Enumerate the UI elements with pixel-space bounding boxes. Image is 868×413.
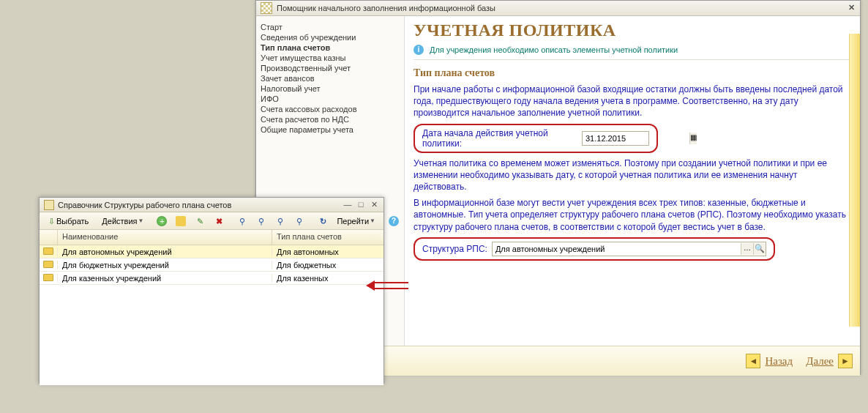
sidebar-item-advances[interactable]: Зачет авансов xyxy=(261,73,400,83)
struct-input[interactable] xyxy=(493,243,741,255)
help-icon: ? xyxy=(389,216,399,226)
cell-type: Для казенных xyxy=(272,274,384,283)
sidebar-item-cash-accounts[interactable]: Счета кассовых расходов xyxy=(261,104,400,114)
search-icon[interactable]: 🔍 xyxy=(753,243,766,255)
info-text: Для учреждения необходимо описать элемен… xyxy=(430,45,678,54)
table-row[interactable]: Для бюджетных учреждений Для бюджетных xyxy=(40,258,384,272)
filter-icon: ⚲ xyxy=(294,216,304,226)
back-label: Назад xyxy=(765,355,793,368)
filter-icon: ⚲ xyxy=(256,216,266,226)
date-input[interactable] xyxy=(583,133,689,144)
arrow-right-icon: ► xyxy=(838,354,853,368)
struct-highlight-box: Структура РПС: … 🔍 xyxy=(414,237,775,261)
plus-icon: + xyxy=(157,216,167,226)
sidebar-item-production[interactable]: Производственный учет xyxy=(261,63,400,73)
wizard-title: Помощник начального заполнения информаци… xyxy=(277,4,845,12)
help-button[interactable]: ? xyxy=(385,215,403,228)
content-scrollbar-decor xyxy=(849,34,860,327)
struct-select[interactable]: … 🔍 xyxy=(492,242,766,256)
filter-1-button[interactable]: ⚲ xyxy=(233,215,251,228)
sidebar-item-treasury[interactable]: Учет имущества казны xyxy=(261,53,400,63)
filter-icon: ⚲ xyxy=(237,216,247,226)
row-icon xyxy=(43,274,53,281)
reference-titlebar: Справочник Структуры рабочего плана счет… xyxy=(40,198,384,212)
select-open-icon[interactable]: … xyxy=(741,243,753,255)
goto-label: Перейти xyxy=(337,217,369,226)
chevron-down-icon: ▼ xyxy=(138,217,144,224)
sidebar-item-ifo[interactable]: ИФО xyxy=(261,94,400,104)
cell-type: Для автономных xyxy=(272,248,384,256)
row-icon xyxy=(43,248,53,255)
copy-icon xyxy=(176,216,186,226)
wizard-app-icon xyxy=(261,2,272,14)
info-banner: i Для учреждения необходимо описать элем… xyxy=(414,45,851,60)
paragraph-1: При начале работы с информационной базой… xyxy=(414,83,851,119)
cell-name: Для бюджетных учреждений xyxy=(58,261,272,269)
column-type[interactable]: Тип плана счетов xyxy=(272,230,384,245)
table-row[interactable]: Для автономных учреждений Для автономных xyxy=(40,245,384,258)
refresh-button[interactable]: ↻ xyxy=(314,215,332,228)
select-icon: ⇩ xyxy=(46,216,56,226)
actions-menu[interactable]: Действия ▼ xyxy=(98,215,147,227)
sidebar-item-org-info[interactable]: Сведения об учреждении xyxy=(261,32,400,42)
close-icon[interactable]: ✕ xyxy=(845,3,857,13)
back-button[interactable]: ◄ Назад xyxy=(746,354,793,368)
select-button[interactable]: ⇩ Выбрать xyxy=(42,215,92,228)
section-heading: Тип плана счетов xyxy=(414,67,851,79)
date-label: Дата начала действия учетной политики: xyxy=(422,128,577,149)
actions-label: Действия xyxy=(102,217,137,226)
add-button[interactable]: + xyxy=(153,215,171,228)
reference-title: Справочник Структуры рабочего плана счет… xyxy=(58,200,341,209)
close-icon[interactable]: ✕ xyxy=(367,200,381,210)
sidebar-item-vat-accounts[interactable]: Счета расчетов по НДС xyxy=(261,114,400,124)
delete-button[interactable]: ✖ xyxy=(210,215,228,228)
sidebar-item-general-params[interactable]: Общие параметры учета xyxy=(261,124,400,135)
row-icon xyxy=(43,261,53,268)
next-button[interactable]: Далее ► xyxy=(806,354,853,368)
date-field: ▦ xyxy=(582,131,649,146)
filter-2-button[interactable]: ⚲ xyxy=(252,215,270,228)
reference-window: Справочник Структуры рабочего плана счет… xyxy=(39,197,384,384)
paragraph-3: В информационной базе могут вести учет у… xyxy=(414,197,851,233)
arrow-left-icon: ◄ xyxy=(746,354,760,368)
minimize-icon[interactable]: — xyxy=(341,200,354,210)
copy-button[interactable] xyxy=(172,215,190,228)
calendar-icon[interactable]: ▦ xyxy=(689,133,697,144)
goto-menu[interactable]: Перейти ▼ xyxy=(333,215,379,227)
pencil-icon: ✎ xyxy=(195,216,205,226)
cell-name: Для автономных учреждений xyxy=(58,248,272,256)
sidebar-item-chart-type[interactable]: Тип плана счетов xyxy=(261,42,400,53)
maximize-icon[interactable]: □ xyxy=(354,200,367,210)
refresh-icon: ↻ xyxy=(318,216,328,226)
wizard-content: УЧЕТНАЯ ПОЛИТИКА i Для учреждения необхо… xyxy=(405,16,860,346)
chevron-down-icon: ▼ xyxy=(370,217,375,224)
cell-type: Для бюджетных xyxy=(272,261,384,269)
table-row[interactable]: Для казенных учреждений Для казенных xyxy=(40,272,384,285)
paragraph-2: Учетная политика со временем может измен… xyxy=(414,157,851,193)
next-label: Далее xyxy=(806,355,834,368)
delete-icon: ✖ xyxy=(214,216,224,226)
sidebar-item-start[interactable]: Старт xyxy=(261,22,400,32)
edit-button[interactable]: ✎ xyxy=(191,215,209,228)
sidebar-item-tax[interactable]: Налоговый учет xyxy=(261,83,400,94)
select-label: Выбрать xyxy=(56,217,89,226)
reference-app-icon xyxy=(44,200,54,210)
filter-4-button[interactable]: ⚲ xyxy=(291,215,308,228)
column-name[interactable]: Наименование xyxy=(58,230,272,245)
struct-label: Структура РПС: xyxy=(422,244,487,254)
page-heading: УЧЕТНАЯ ПОЛИТИКА xyxy=(414,21,851,40)
info-icon: i xyxy=(414,45,424,55)
cell-name: Для казенных учреждений xyxy=(58,274,272,283)
table-body: Для автономных учреждений Для автономных… xyxy=(40,245,384,385)
filter-icon: ⚲ xyxy=(275,216,285,226)
filter-3-button[interactable]: ⚲ xyxy=(272,215,289,228)
table-header: Наименование Тип плана счетов xyxy=(40,230,384,245)
reference-toolbar: ⇩ Выбрать Действия ▼ + ✎ ✖ ⚲ ⚲ ⚲ ⚲ ↻ Пер… xyxy=(40,212,384,230)
date-highlight-box: Дата начала действия учетной политики: ▦ xyxy=(414,124,658,153)
wizard-titlebar: Помощник начального заполнения информаци… xyxy=(256,1,860,16)
